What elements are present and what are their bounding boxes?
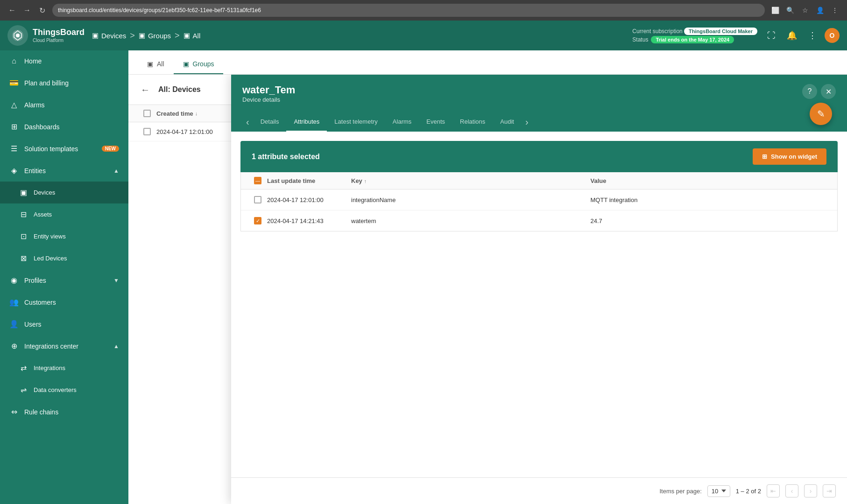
tab-all[interactable]: ▣ All bbox=[138, 54, 174, 74]
help-button[interactable]: ? bbox=[802, 84, 817, 99]
close-button[interactable]: ✕ bbox=[821, 84, 836, 99]
sidebar-item-entities[interactable]: ◈ Entities ▲ bbox=[0, 160, 128, 182]
all-bc-icon: ▣ bbox=[184, 31, 190, 40]
detail-tabs: ‹ Details Attributes Latest telemetry bbox=[242, 112, 836, 132]
attr-row1-check[interactable] bbox=[248, 196, 267, 203]
breadcrumb-devices[interactable]: ▣ Devices bbox=[92, 31, 126, 40]
tab-audit-label: Audit bbox=[500, 118, 514, 125]
logo-icon bbox=[7, 25, 28, 46]
tab-scroll-right[interactable]: › bbox=[522, 112, 532, 132]
sidebar-item-profiles[interactable]: ◉ Profiles ▼ bbox=[0, 269, 128, 291]
attr-row1-cb[interactable] bbox=[254, 196, 261, 203]
zoom-button[interactable]: 🔍 bbox=[783, 4, 797, 17]
solution-templates-icon: ☰ bbox=[9, 144, 19, 153]
integrations-center-icon: ⊕ bbox=[9, 342, 19, 350]
first-page-button[interactable]: ⇤ bbox=[767, 484, 780, 497]
sidebar-item-data-converters[interactable]: ⇌ Data converters bbox=[0, 379, 128, 401]
tab-all-label: All bbox=[157, 60, 164, 68]
attr-select-all-cb[interactable] bbox=[254, 177, 261, 184]
more-button[interactable]: ⋮ bbox=[828, 4, 841, 17]
refresh-button[interactable]: ↻ bbox=[35, 4, 49, 17]
attr-row-1[interactable]: 2024-04-17 12:01:00 integrationName MQTT… bbox=[241, 189, 837, 210]
avatar-button[interactable]: O bbox=[825, 28, 840, 43]
prev-page-button[interactable]: ‹ bbox=[785, 484, 798, 497]
profile-button[interactable]: 👤 bbox=[813, 4, 826, 17]
plan-billing-icon: 💳 bbox=[9, 78, 19, 87]
back-button[interactable]: ← bbox=[6, 4, 19, 17]
sidebar-item-integrations-center[interactable]: ⊕ Integrations center ▲ bbox=[0, 335, 128, 357]
tab-scroll-left[interactable]: ‹ bbox=[242, 112, 253, 132]
next-page-button[interactable]: › bbox=[804, 484, 817, 497]
tab-audit[interactable]: Audit bbox=[493, 112, 522, 132]
profiles-icon: ◉ bbox=[9, 276, 19, 285]
created-time-col-header[interactable]: Created time ↓ bbox=[156, 110, 198, 117]
sidebar-entities-label: Entities bbox=[24, 167, 108, 175]
data-converters-icon: ⇌ bbox=[19, 385, 28, 394]
tab-attributes[interactable]: Attributes bbox=[286, 112, 327, 132]
users-icon: 👤 bbox=[9, 320, 19, 329]
detail-header-actions: ? ✕ bbox=[802, 84, 836, 99]
sidebar-item-alarms[interactable]: △ Alarms bbox=[0, 94, 128, 116]
entities-icon: ◈ bbox=[9, 166, 19, 175]
last-page-button[interactable]: ⇥ bbox=[823, 484, 836, 497]
table-area: ← All: Devices Created time ↓ bbox=[128, 75, 847, 504]
device-detail-panel: water_Tem Device details ? ✕ ‹ bbox=[231, 75, 847, 504]
tab-events[interactable]: Events bbox=[419, 112, 452, 132]
sidebar-item-rule-chains[interactable]: ⇔ Rule chains bbox=[0, 401, 128, 423]
attr-row-2[interactable]: 2024-04-17 14:21:43 watertem 24.7 bbox=[241, 210, 837, 231]
sidebar-item-integrations[interactable]: ⇄ Integrations bbox=[0, 357, 128, 379]
sidebar-item-users[interactable]: 👤 Users bbox=[0, 313, 128, 335]
fullscreen-button[interactable]: ⛶ bbox=[763, 27, 780, 44]
breadcrumb-all[interactable]: ▣ All bbox=[184, 31, 201, 40]
sidebar-item-customers[interactable]: 👥 Customers bbox=[0, 291, 128, 313]
select-all-checkbox[interactable] bbox=[138, 110, 156, 117]
forward-button[interactable]: → bbox=[21, 4, 34, 17]
top-nav-right: Current subscription ThingsBoard Cloud M… bbox=[632, 27, 840, 44]
breadcrumb-groups[interactable]: ▣ Groups bbox=[139, 31, 171, 40]
attr-table: Last update time Key ↑ Value bbox=[240, 172, 838, 231]
top-nav: ThingsBoard Cloud Platform ▣ Devices > ▣… bbox=[0, 21, 847, 50]
attr-row2-cb[interactable] bbox=[254, 217, 261, 224]
row-checkbox[interactable] bbox=[143, 128, 151, 135]
cast-button[interactable]: ⬜ bbox=[769, 4, 782, 17]
sidebar-assets-label: Assets bbox=[34, 211, 119, 218]
sidebar-item-dashboards[interactable]: ⊞ Dashboards bbox=[0, 116, 128, 138]
sidebar-item-solution-templates[interactable]: ☰ Solution templates NEW bbox=[0, 138, 128, 160]
address-bar[interactable] bbox=[52, 4, 765, 17]
browser-chrome: ← → ↻ ⬜ 🔍 ☆ 👤 ⋮ bbox=[0, 0, 847, 21]
breadcrumb-sep2: > bbox=[175, 31, 180, 41]
tab-alarms[interactable]: Alarms bbox=[385, 112, 419, 132]
devices-bc-icon: ▣ bbox=[92, 31, 99, 40]
sidebar-item-devices[interactable]: ▣ Devices bbox=[0, 182, 128, 203]
dashboards-icon: ⊞ bbox=[9, 122, 19, 131]
sidebar-item-home[interactable]: ⌂ Home bbox=[0, 50, 128, 72]
tab-details[interactable]: Details bbox=[253, 112, 287, 132]
tab-relations[interactable]: Relations bbox=[452, 112, 493, 132]
bookmark-button[interactable]: ☆ bbox=[798, 4, 812, 17]
items-per-page-select[interactable]: 10 25 50 bbox=[707, 485, 730, 497]
attr-row2-check[interactable] bbox=[248, 217, 267, 224]
back-button[interactable]: ← bbox=[138, 82, 153, 97]
sidebar-item-led-devices[interactable]: ⊠ Led Devices bbox=[0, 247, 128, 269]
row-checkbox-wrap[interactable] bbox=[138, 128, 156, 135]
sidebar-item-assets[interactable]: ⊟ Assets bbox=[0, 203, 128, 225]
logo: ThingsBoard Cloud Platform bbox=[7, 25, 85, 46]
attr-header-check[interactable] bbox=[248, 177, 267, 184]
sidebar-item-plan-billing[interactable]: 💳 Plan and billing bbox=[0, 72, 128, 94]
last-update-col-label: Last update time bbox=[267, 177, 315, 184]
tab-groups[interactable]: ▣ Groups bbox=[174, 54, 224, 74]
sidebar-integrations-center-label: Integrations center bbox=[24, 343, 108, 350]
sidebar-item-entity-views[interactable]: ⊡ Entity views bbox=[0, 225, 128, 247]
subscription-badge: ThingsBoard Cloud Maker bbox=[684, 28, 757, 35]
attr-col-key[interactable]: Key ↑ bbox=[351, 177, 591, 184]
attr-col-last-update[interactable]: Last update time bbox=[267, 177, 351, 184]
notifications-button[interactable]: 🔔 bbox=[783, 27, 800, 44]
tab-latest-telemetry-label: Latest telemetry bbox=[334, 118, 378, 125]
profiles-chevron-icon: ▼ bbox=[113, 277, 119, 284]
tab-latest-telemetry[interactable]: Latest telemetry bbox=[327, 112, 385, 132]
edit-fab-button[interactable]: ✎ bbox=[810, 103, 832, 125]
more-options-button[interactable]: ⋮ bbox=[804, 27, 821, 44]
home-icon: ⌂ bbox=[9, 57, 19, 65]
select-all-cb[interactable] bbox=[143, 110, 151, 117]
show-on-widget-button[interactable]: ⊞ Show on widget bbox=[753, 148, 826, 165]
